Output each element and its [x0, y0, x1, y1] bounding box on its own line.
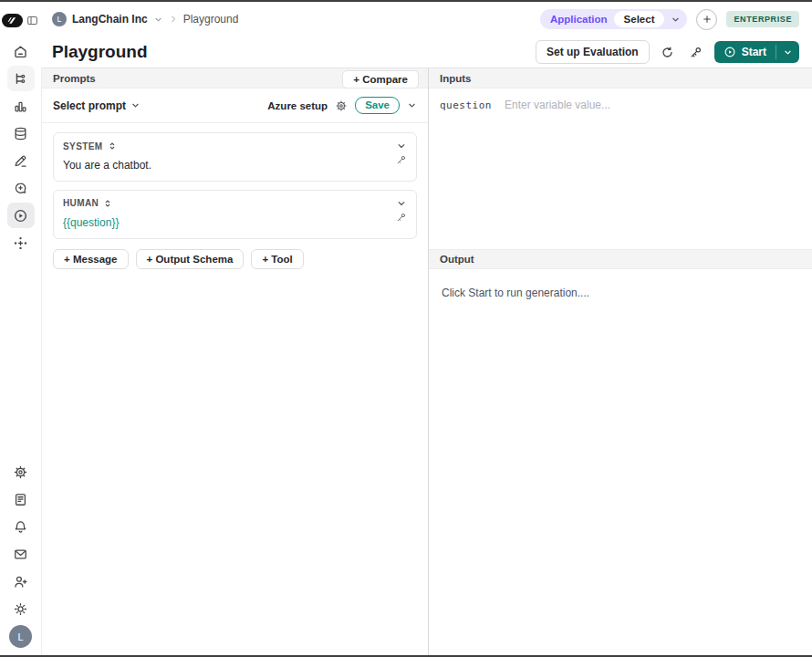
- collapse-message-caret[interactable]: [396, 141, 407, 151]
- compare-button[interactable]: + Compare: [342, 70, 419, 89]
- page-header: Playground Set up Evaluation Start: [41, 36, 812, 68]
- chevron-down-icon: [130, 100, 141, 110]
- invite-user-icon[interactable]: [7, 568, 35, 594]
- playground-page: L L LangChain Inc Playground Application…: [0, 0, 812, 657]
- message-header: SYSTEM: [63, 141, 407, 151]
- mail-icon[interactable]: [7, 541, 35, 567]
- output-body: Click Start to run generation....: [429, 269, 812, 317]
- select-prompt-label: Select prompt: [53, 99, 126, 112]
- tracing-projects-icon[interactable]: [7, 66, 35, 91]
- enterprise-badge: ENTERPRISE: [726, 11, 799, 27]
- variable-value-input[interactable]: [505, 99, 801, 111]
- sidebar-bottom-nav: [7, 459, 35, 621]
- message-content[interactable]: You are a chatbot.: [63, 158, 151, 173]
- add-actions-row: + Message + Output Schema + Tool: [42, 239, 428, 279]
- message-card-system: SYSTEM You are a chatbot.: [53, 132, 417, 182]
- chevron-down-icon[interactable]: [153, 15, 163, 25]
- output-panel-header: Output: [429, 249, 812, 269]
- breadcrumb: L LangChain Inc Playground: [52, 12, 238, 26]
- add-tool-button[interactable]: + Tool: [251, 249, 303, 269]
- variable-row: question: [440, 99, 801, 111]
- role-label: HUMAN: [63, 198, 99, 208]
- add-message-button[interactable]: + Message: [53, 249, 129, 269]
- select-prompt-dropdown[interactable]: Select prompt: [53, 99, 141, 112]
- playground-icon[interactable]: [7, 203, 35, 228]
- home-icon[interactable]: [7, 38, 35, 64]
- setup-evaluation-button[interactable]: Set up Evaluation: [536, 40, 650, 64]
- inputs-panel-header: Inputs: [429, 68, 812, 89]
- message-card-human: HUMAN {{question}}: [53, 190, 417, 239]
- application-label: Application: [550, 14, 608, 25]
- message-list: SYSTEM You are a chatbot.: [42, 123, 428, 239]
- org-avatar: L: [52, 12, 67, 26]
- page-header-actions: Set up Evaluation Start: [536, 40, 799, 64]
- save-button[interactable]: Save: [355, 97, 400, 114]
- datasets-icon[interactable]: [7, 120, 35, 146]
- theme-icon[interactable]: [7, 596, 35, 621]
- panels: Prompts + Compare Select prompt Azure se…: [41, 68, 812, 655]
- prompts-panel-header: Prompts + Compare: [42, 68, 428, 89]
- right-panel: Inputs question Output Click Start to ru…: [429, 68, 812, 655]
- add-button[interactable]: [696, 9, 717, 30]
- save-options-caret[interactable]: [407, 100, 417, 110]
- role-selector[interactable]: HUMAN: [63, 198, 112, 208]
- message-content[interactable]: {{question}}: [63, 215, 119, 231]
- prompt-toolbar-right: Azure setup Save: [267, 97, 417, 114]
- user-avatar[interactable]: L: [9, 625, 32, 648]
- start-options-caret[interactable]: [776, 41, 799, 63]
- message-body: You are a chatbot.: [63, 158, 407, 173]
- message-body: {{question}}: [63, 215, 407, 231]
- annotation-queues-icon[interactable]: [7, 148, 35, 173]
- output-empty-message: Click Start to run generation....: [442, 287, 589, 299]
- wand-icon[interactable]: [395, 154, 407, 166]
- langsmith-logo[interactable]: [2, 14, 23, 27]
- role-sort-icon[interactable]: [103, 199, 112, 208]
- output-panel-title: Output: [440, 254, 474, 265]
- application-value[interactable]: Select: [614, 11, 665, 27]
- chevron-right-icon: [169, 15, 178, 24]
- model-config-label[interactable]: Azure setup: [267, 100, 328, 111]
- topbar-right: Application Select ENTERPRISE: [540, 9, 799, 30]
- sidebar-nav: [7, 38, 35, 256]
- refresh-icon[interactable]: [658, 42, 678, 62]
- deployments-icon[interactable]: [7, 230, 35, 256]
- topbar: L LangChain Inc Playground Application S…: [41, 2, 812, 36]
- prompts-panel: Prompts + Compare Select prompt Azure se…: [41, 68, 429, 655]
- wand-icon[interactable]: [395, 212, 407, 224]
- message-header: HUMAN: [63, 198, 407, 209]
- application-selector[interactable]: Application Select: [540, 9, 688, 29]
- collapse-message-caret[interactable]: [396, 198, 407, 209]
- sidebar: L: [0, 2, 41, 655]
- sidebar-toggle-icon[interactable]: [26, 13, 40, 27]
- role-sort-icon[interactable]: [108, 141, 117, 151]
- page-title: Playground: [52, 42, 148, 62]
- logo-row: [2, 9, 40, 31]
- breadcrumb-page[interactable]: Playground: [183, 13, 239, 26]
- prompt-toolbar: Select prompt Azure setup Save: [42, 89, 428, 123]
- play-circle-icon: [724, 46, 736, 58]
- settings-icon[interactable]: [7, 459, 35, 485]
- notifications-icon[interactable]: [7, 514, 35, 539]
- api-key-icon[interactable]: [686, 42, 706, 62]
- role-selector[interactable]: SYSTEM: [63, 141, 117, 151]
- inputs-panel-title: Inputs: [440, 73, 472, 84]
- org-name[interactable]: LangChain Inc: [72, 13, 148, 26]
- start-button[interactable]: Start: [714, 41, 799, 63]
- start-button-main[interactable]: Start: [714, 41, 776, 63]
- variable-name: question: [440, 99, 492, 111]
- prompts-panel-title: Prompts: [53, 73, 96, 84]
- role-label: SYSTEM: [63, 141, 103, 151]
- inputs-body: question: [429, 89, 812, 249]
- add-output-schema-button[interactable]: + Output Schema: [136, 249, 245, 269]
- model-settings-gear-icon[interactable]: [335, 99, 348, 112]
- start-button-label: Start: [742, 46, 766, 58]
- prompts-icon[interactable]: [7, 175, 35, 201]
- monitoring-icon[interactable]: [7, 93, 35, 119]
- main-area: L LangChain Inc Playground Application S…: [41, 2, 812, 655]
- chevron-down-icon[interactable]: [671, 15, 681, 25]
- docs-icon[interactable]: [7, 486, 35, 512]
